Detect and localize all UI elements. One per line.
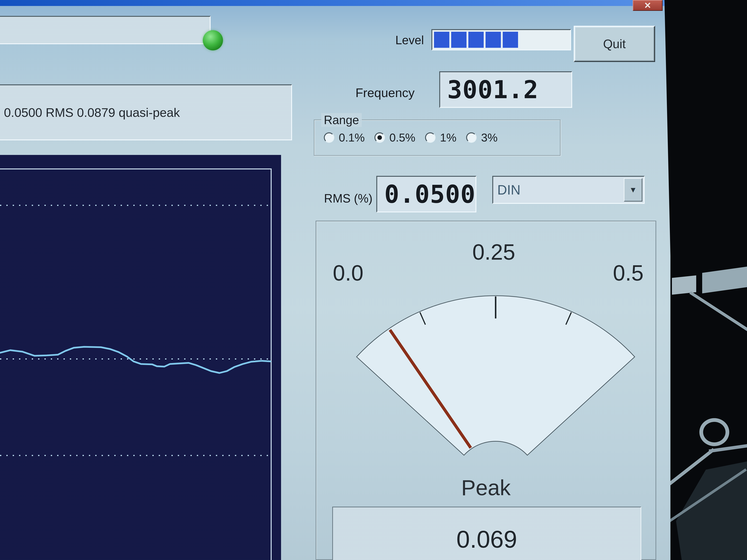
radio-option-label: 1% — [440, 131, 457, 144]
status-led-icon — [203, 30, 223, 50]
level-segment — [503, 32, 518, 48]
level-segment — [434, 32, 449, 48]
close-button[interactable]: ✕ — [633, 0, 663, 11]
frequency-value: 3001.2 — [440, 75, 539, 104]
chevron-down-icon: ▼ — [629, 186, 637, 194]
level-segment — [486, 32, 501, 48]
meter-face — [357, 296, 635, 455]
analog-meter — [346, 290, 645, 462]
radio-option-0[interactable]: 0.1% — [324, 131, 365, 144]
peak-label: Peak — [316, 475, 655, 500]
gauge-mid-label: 0.25 — [455, 239, 533, 265]
radio-option-3[interactable]: 3% — [466, 131, 497, 144]
waveform-chart — [0, 155, 281, 560]
level-meter — [431, 29, 571, 50]
background-object — [702, 267, 747, 293]
status-text: 0.0500 RMS 0.0879 quasi-peak — [0, 105, 180, 119]
gauge-min-label: 0.0 — [333, 260, 363, 286]
range-groupbox-label: Range — [321, 113, 362, 127]
radio-option-label: 0.1% — [339, 131, 365, 144]
peak-reading-value: 0.069 — [333, 525, 641, 553]
level-segment — [451, 32, 466, 48]
level-meter-segments — [434, 32, 518, 48]
photo-stage: ✕ Level Quit 0.0500 RMS 0.0879 quasi-pea… — [0, 0, 747, 560]
background-object — [689, 291, 747, 343]
range-radio-group: 0.1%0.5%1%3% — [324, 131, 497, 144]
frequency-label: Frequency — [336, 84, 415, 101]
titlebar — [0, 0, 670, 6]
background-ring — [699, 418, 729, 446]
gauge-max-label: 0.5 — [613, 260, 644, 286]
radio-icon[interactable] — [466, 132, 476, 143]
radio-icon[interactable] — [425, 132, 436, 143]
close-icon: ✕ — [644, 1, 651, 10]
level-segment — [468, 32, 484, 48]
waveform-plot — [0, 155, 281, 560]
background-object — [672, 275, 696, 295]
radio-icon[interactable] — [324, 132, 334, 143]
input-field-top-left[interactable] — [0, 16, 211, 44]
radio-option-1[interactable]: 0.5% — [375, 131, 415, 144]
status-readout-field: 0.0500 RMS 0.0879 quasi-peak — [0, 84, 292, 140]
rms-label: RMS (%) — [324, 190, 375, 207]
radio-option-label: 0.5% — [389, 131, 415, 144]
weighting-value: DIN — [497, 182, 520, 197]
rms-value: 0.0500 — [377, 180, 475, 209]
combo-dropdown-button[interactable]: ▼ — [624, 178, 642, 202]
radio-option-label: 3% — [481, 131, 497, 144]
rms-field[interactable]: 0.0500 — [376, 176, 476, 212]
level-label: Level — [377, 32, 424, 49]
gauge-panel: 0.0 0.25 0.5 Peak 0.069 — [316, 221, 656, 560]
peak-reading-box: 0.069 — [332, 507, 641, 560]
radio-option-2[interactable]: 1% — [425, 131, 457, 144]
weighting-combobox[interactable]: DIN ▼ — [492, 176, 645, 204]
radio-selected-icon[interactable] — [375, 132, 385, 143]
range-groupbox: Range 0.1%0.5%1%3% — [314, 119, 561, 156]
quit-button[interactable]: Quit — [574, 26, 655, 62]
frequency-field[interactable]: 3001.2 — [439, 71, 572, 108]
app-window: ✕ Level Quit 0.0500 RMS 0.0879 quasi-pea… — [0, 0, 670, 560]
